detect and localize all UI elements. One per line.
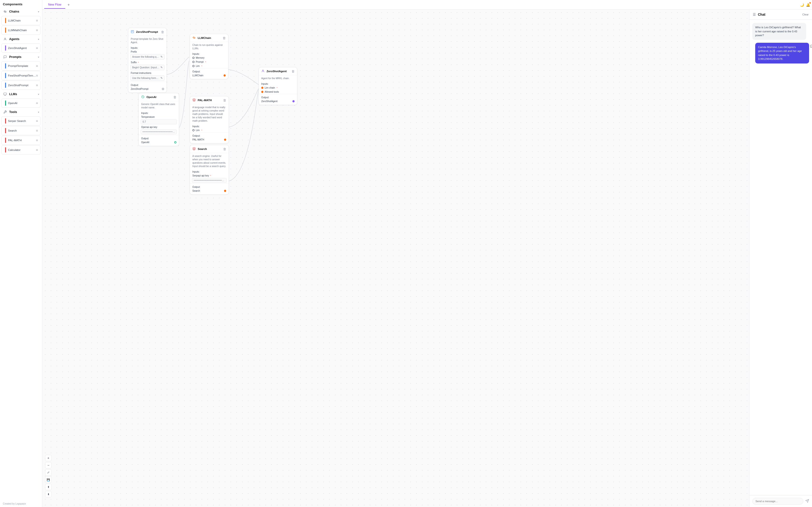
- prompts-icon: [3, 55, 7, 59]
- zeroshotprompt-title: ZeroShotPrompt: [136, 31, 159, 33]
- sidebar-item-openai[interactable]: OpenAI ≡: [1, 99, 41, 108]
- sidebar-item-palmath[interactable]: PAL-MATH ≡: [1, 136, 41, 145]
- search-delete[interactable]: 🗑: [223, 147, 226, 151]
- svg-point-0: [5, 38, 6, 39]
- flow-canvas[interactable]: ZeroShotPrompt 🗑 Prompt template for Zer…: [42, 10, 749, 507]
- zeroshotprompt-menu-icon[interactable]: ≡: [36, 83, 38, 87]
- sidebar-section-prompts[interactable]: Prompts ▾: [0, 53, 42, 61]
- sidebar-item-zeroshotprompt[interactable]: ZeroShotPrompt ≡: [1, 80, 41, 90]
- zeroshotprompt-output-label: ZeroShotPrompt: [131, 88, 148, 90]
- upload-button[interactable]: ⬆: [45, 484, 51, 490]
- palmath-menu-icon[interactable]: ≡: [36, 138, 38, 142]
- temp-value: 0.7: [143, 120, 175, 123]
- message-icon: 💬: [810, 44, 812, 48]
- dark-mode-icon[interactable]: 🌙: [800, 3, 804, 7]
- palmath-header: PAL-MATH 🗑: [190, 96, 229, 104]
- sidebar-section-tools[interactable]: Tools ▾: [0, 108, 42, 116]
- sidebar-section-chains[interactable]: Chains ▾: [0, 7, 42, 16]
- zeroshotagent-tools-port: Allowed tools: [259, 90, 297, 94]
- palmath-output-dot: [224, 138, 226, 141]
- calculator-menu-icon[interactable]: ≡: [36, 148, 38, 152]
- suffix-value: Begin! Question: {input} Thought: {agent…: [132, 66, 159, 69]
- zeroshotprompt-delete[interactable]: 🗑: [161, 30, 164, 34]
- serper-menu-icon[interactable]: ≡: [36, 119, 38, 123]
- save-button[interactable]: 💾: [45, 476, 51, 483]
- palmath-output: Output: PAL-MATH: [190, 132, 229, 143]
- palmath-delete[interactable]: 🗑: [223, 99, 226, 102]
- prefix-label: Prefix: [128, 50, 166, 53]
- serpapi-field[interactable]: ••••••••••••••••••••••••••••••••••••••••: [192, 178, 227, 183]
- formatinstructions-edit-icon[interactable]: ✎: [160, 76, 163, 80]
- sidebar: Components Chains ▾ LLMChain ≡ LLMMathCh…: [0, 0, 42, 507]
- sidebar-section-llms[interactable]: LLMs ▾: [0, 90, 42, 98]
- prompts-label: Prompts: [9, 55, 36, 59]
- prefix-field[interactable]: Answer the following questions as best y…: [130, 54, 164, 60]
- zeroshotprompt-icon: [131, 30, 135, 34]
- node-zeroshotagent: ZeroShotAgent 🗑 Agent for the MRKL chain…: [259, 67, 297, 105]
- sidebar-item-prompttemplate[interactable]: PromptTemplate ≡: [1, 61, 41, 70]
- zeroshotagent-output-port-row: ZeroShotAgent: [259, 99, 297, 103]
- llmchain-menu-icon[interactable]: ≡: [36, 19, 38, 22]
- agents-chevron: ▾: [38, 38, 39, 41]
- chat-input-area: [749, 495, 812, 507]
- prompts-chevron: ▾: [38, 56, 39, 58]
- sidebar-item-calculator[interactable]: Calculator ≡: [1, 145, 41, 155]
- serpapi-value: ••••••••••••••••••••••••••••••••••••••••: [194, 179, 225, 181]
- notification-icon[interactable]: 🔔: [806, 3, 810, 7]
- palmath-desc: A language model that is really good at …: [190, 104, 229, 124]
- palmath-llm-dot: [192, 129, 195, 131]
- chat-input[interactable]: [752, 498, 803, 505]
- temp-field[interactable]: 0.7: [141, 119, 177, 124]
- openai-menu-icon[interactable]: ≡: [36, 101, 38, 105]
- sidebar-section-agents[interactable]: Agents ▾: [0, 35, 42, 43]
- zeroshotagent-delete[interactable]: 🗑: [292, 69, 295, 73]
- chat-message-user: Who is Leo DiCaprio's girlfriend? What i…: [752, 23, 806, 40]
- fewshotprompt-menu-icon[interactable]: ≡: [36, 74, 38, 77]
- zeroshotagent-menu-icon[interactable]: ≡: [36, 46, 38, 50]
- zeroshotprompt-inputs-label: Inputs:: [128, 46, 166, 50]
- chat-clear-button[interactable]: Clear: [802, 13, 809, 16]
- llmchain-desc: Chain to run queries against LLMs.: [190, 42, 228, 52]
- search-output: Output: Search: [190, 183, 229, 194]
- tab-bar: New Flow + 🌙 🔔: [42, 0, 812, 10]
- suffix-field[interactable]: Begin! Question: {input} Thought: {agent…: [130, 65, 164, 70]
- sidebar-item-llmmathchain[interactable]: LLMMathChain ≡: [1, 25, 41, 35]
- llmmathchain-menu-icon[interactable]: ≡: [36, 29, 38, 32]
- fit-button[interactable]: ⤢: [45, 469, 51, 475]
- zoom-in-button[interactable]: +: [45, 455, 51, 461]
- prefix-value: Answer the following questions as best y…: [132, 56, 159, 58]
- search-menu-icon[interactable]: ≡: [36, 129, 38, 132]
- suffix-edit-icon[interactable]: ✎: [160, 66, 163, 69]
- llmchain-delete[interactable]: 🗑: [222, 36, 226, 40]
- prompttemplate-menu-icon[interactable]: ≡: [36, 64, 38, 68]
- zeroshotprompt-output: Output: ZeroShotPrompt: [128, 81, 166, 93]
- llmchain-input-dot: [261, 87, 263, 89]
- prefix-edit-icon[interactable]: ✎: [160, 55, 163, 58]
- openai-output-port-row: OpenAI: [139, 140, 179, 145]
- sidebar-item-fewshotprompt[interactable]: FewShotPromptTempla... ≡: [1, 71, 41, 80]
- palmath-llm-port: Lim *: [190, 128, 229, 132]
- node-zeroshotprompt: ZeroShotPrompt 🗑 Prompt template for Zer…: [128, 28, 167, 93]
- tab-add-button[interactable]: +: [65, 1, 72, 8]
- main-area: New Flow + 🌙 🔔: [42, 0, 812, 507]
- openai-delete[interactable]: 🗑: [173, 95, 176, 99]
- sidebar-item-search[interactable]: Search ≡: [1, 126, 41, 135]
- llmchain-output: Output: LLMChain: [190, 68, 228, 79]
- sidebar-item-serper-search[interactable]: Serper Search ≡: [1, 116, 41, 125]
- tab-new-flow[interactable]: New Flow: [44, 1, 65, 9]
- chat-message-assistant: Camila Morrone, Leo DiCaprio's girlfrien…: [755, 43, 809, 63]
- zoom-out-button[interactable]: −: [45, 462, 51, 468]
- chat-panel: ☰ Chat Clear Who is Leo DiCaprio's girlf…: [749, 10, 812, 507]
- chat-send-button[interactable]: [805, 499, 809, 504]
- sidebar-item-llmchain[interactable]: LLMChain ≡: [1, 16, 41, 25]
- prompt-label: Prompt: [196, 61, 203, 63]
- openai-output-label: OpenAI: [141, 141, 149, 144]
- sidebar-item-zeroshotagent[interactable]: ZeroShotAgent ≡: [1, 44, 41, 53]
- chains-chevron: ▾: [38, 10, 39, 13]
- llmchain-llm-port: Lim *: [190, 64, 228, 68]
- apikey-field[interactable]: ••••••••••••••••••••••••••••••••••••••••: [141, 129, 177, 134]
- formatinstructions-field[interactable]: Use the following format: Question: the …: [130, 75, 164, 81]
- agents-label: Agents: [9, 38, 36, 41]
- download-button[interactable]: ⬇: [45, 491, 51, 497]
- formatinstructions-value: Use the following format: Question: the …: [132, 77, 159, 79]
